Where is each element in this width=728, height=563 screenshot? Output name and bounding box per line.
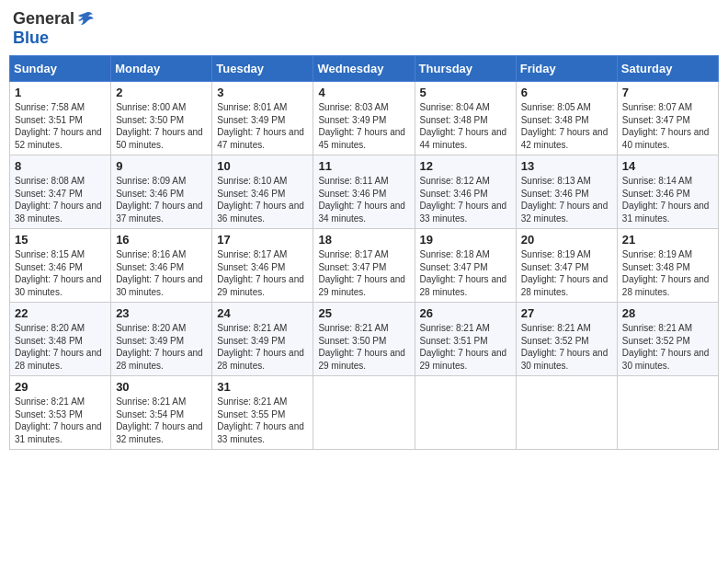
day-number: 14 (622, 159, 713, 173)
sunset-text: Sunset: 3:48 PM (622, 262, 690, 272)
day-info: Sunrise: 8:04 AMSunset: 3:48 PMDaylight:… (420, 101, 511, 151)
header-monday: Monday (111, 56, 212, 82)
day-number: 11 (318, 159, 409, 173)
daylight-label: Daylight: 7 hours and 29 minutes. (318, 348, 405, 371)
sunrise-text: Sunrise: 8:07 AM (622, 102, 692, 112)
sunrise-text: Sunrise: 8:21 AM (217, 323, 287, 333)
daylight-label: Daylight: 7 hours and 33 minutes. (420, 201, 507, 224)
sunrise-text: Sunrise: 8:21 AM (420, 323, 490, 333)
day-number: 30 (116, 380, 207, 394)
day-number: 6 (521, 86, 612, 99)
sunset-text: Sunset: 3:49 PM (217, 336, 285, 346)
sunrise-text: Sunrise: 8:14 AM (622, 176, 692, 186)
sunrise-text: Sunrise: 8:01 AM (217, 102, 287, 112)
sunrise-text: Sunrise: 8:19 AM (622, 249, 692, 259)
day-number: 23 (116, 306, 207, 320)
day-number: 3 (217, 86, 308, 99)
day-number: 31 (217, 380, 308, 394)
daylight-label: Daylight: 7 hours and 32 minutes. (521, 201, 609, 224)
sunset-text: Sunset: 3:47 PM (521, 262, 589, 272)
header-saturday: Saturday (617, 56, 718, 82)
day-number: 16 (116, 233, 207, 247)
sunrise-text: Sunrise: 8:18 AM (420, 249, 490, 259)
day-cell-26: 26Sunrise: 8:21 AMSunset: 3:51 PMDayligh… (415, 303, 516, 376)
day-info: Sunrise: 8:08 AMSunset: 3:47 PMDaylight:… (15, 175, 106, 224)
day-cell-25: 25Sunrise: 8:21 AMSunset: 3:50 PMDayligh… (313, 303, 415, 376)
day-cell-5: 5Sunrise: 8:04 AMSunset: 3:48 PMDaylight… (415, 82, 516, 155)
day-number: 2 (116, 86, 207, 99)
sunset-text: Sunset: 3:48 PM (521, 115, 589, 125)
sunset-text: Sunset: 3:46 PM (318, 189, 386, 199)
day-info: Sunrise: 8:21 AMSunset: 3:52 PMDaylight:… (521, 322, 612, 372)
day-cell-19: 19Sunrise: 8:18 AMSunset: 3:47 PMDayligh… (415, 229, 516, 303)
day-cell-23: 23Sunrise: 8:20 AMSunset: 3:49 PMDayligh… (111, 303, 212, 376)
sunset-text: Sunset: 3:46 PM (217, 189, 285, 199)
sunrise-text: Sunrise: 8:09 AM (116, 176, 186, 186)
header-sunday: Sunday (10, 56, 111, 82)
sunrise-text: Sunrise: 8:12 AM (420, 176, 490, 186)
day-cell-28: 28Sunrise: 8:21 AMSunset: 3:52 PMDayligh… (617, 303, 718, 376)
daylight-label: Daylight: 7 hours and 28 minutes. (420, 274, 507, 297)
day-cell-15: 15Sunrise: 8:15 AMSunset: 3:46 PMDayligh… (10, 229, 111, 303)
sunset-text: Sunset: 3:48 PM (15, 336, 83, 346)
day-number: 26 (420, 306, 511, 320)
sunset-text: Sunset: 3:52 PM (622, 336, 690, 346)
day-cell-30: 30Sunrise: 8:21 AMSunset: 3:54 PMDayligh… (111, 376, 212, 450)
sunset-text: Sunset: 3:51 PM (15, 115, 83, 125)
daylight-label: Daylight: 7 hours and 29 minutes. (217, 274, 304, 297)
sunrise-text: Sunrise: 8:17 AM (318, 249, 388, 259)
day-info: Sunrise: 8:20 AMSunset: 3:48 PMDaylight:… (15, 322, 106, 372)
day-info: Sunrise: 8:21 AMSunset: 3:50 PMDaylight:… (318, 322, 409, 372)
day-number: 28 (622, 306, 713, 320)
day-cell-31: 31Sunrise: 8:21 AMSunset: 3:55 PMDayligh… (212, 376, 313, 450)
week-row-4: 22Sunrise: 8:20 AMSunset: 3:48 PMDayligh… (10, 303, 719, 376)
sunset-text: Sunset: 3:50 PM (318, 336, 386, 346)
sunrise-text: Sunrise: 8:19 AM (521, 249, 591, 259)
daylight-label: Daylight: 7 hours and 30 minutes. (116, 274, 203, 297)
day-info: Sunrise: 8:21 AMSunset: 3:53 PMDaylight:… (15, 396, 106, 445)
week-row-3: 15Sunrise: 8:15 AMSunset: 3:46 PMDayligh… (10, 229, 719, 303)
daylight-label: Daylight: 7 hours and 32 minutes. (116, 421, 203, 444)
daylight-label: Daylight: 7 hours and 40 minutes. (622, 127, 710, 150)
sunset-text: Sunset: 3:46 PM (116, 262, 184, 272)
day-cell-2: 2Sunrise: 8:00 AMSunset: 3:50 PMDaylight… (111, 82, 212, 155)
day-info: Sunrise: 8:21 AMSunset: 3:49 PMDaylight:… (217, 322, 308, 372)
daylight-label: Daylight: 7 hours and 45 minutes. (318, 127, 405, 150)
day-number: 8 (15, 159, 106, 173)
day-info: Sunrise: 8:07 AMSunset: 3:47 PMDaylight:… (622, 101, 713, 151)
day-cell-16: 16Sunrise: 8:16 AMSunset: 3:46 PMDayligh… (111, 229, 212, 303)
daylight-label: Daylight: 7 hours and 31 minutes. (15, 421, 102, 444)
daylight-label: Daylight: 7 hours and 44 minutes. (420, 127, 507, 150)
daylight-label: Daylight: 7 hours and 47 minutes. (217, 127, 304, 150)
sunrise-text: Sunrise: 8:05 AM (521, 102, 591, 112)
empty-cell (313, 376, 415, 450)
sunset-text: Sunset: 3:47 PM (622, 115, 690, 125)
sunset-text: Sunset: 3:51 PM (420, 336, 488, 346)
sunset-text: Sunset: 3:50 PM (116, 115, 184, 125)
daylight-label: Daylight: 7 hours and 28 minutes. (217, 348, 304, 371)
day-cell-14: 14Sunrise: 8:14 AMSunset: 3:46 PMDayligh… (617, 155, 718, 229)
week-row-5: 29Sunrise: 8:21 AMSunset: 3:53 PMDayligh… (10, 376, 719, 450)
day-info: Sunrise: 8:13 AMSunset: 3:46 PMDaylight:… (521, 175, 612, 224)
daylight-label: Daylight: 7 hours and 34 minutes. (318, 201, 405, 224)
day-number: 15 (15, 233, 106, 247)
header-thursday: Thursday (415, 56, 516, 82)
sunset-text: Sunset: 3:46 PM (15, 262, 83, 272)
sunset-text: Sunset: 3:47 PM (318, 262, 386, 272)
day-number: 29 (15, 380, 106, 394)
day-info: Sunrise: 8:10 AMSunset: 3:46 PMDaylight:… (217, 175, 308, 224)
sunset-text: Sunset: 3:49 PM (116, 336, 184, 346)
day-number: 12 (420, 159, 511, 173)
daylight-label: Daylight: 7 hours and 30 minutes. (622, 348, 710, 371)
day-info: Sunrise: 7:58 AMSunset: 3:51 PMDaylight:… (15, 101, 106, 151)
day-info: Sunrise: 8:21 AMSunset: 3:54 PMDaylight:… (116, 396, 207, 445)
logo-bird-icon (76, 10, 95, 29)
sunset-text: Sunset: 3:46 PM (622, 189, 690, 199)
day-cell-12: 12Sunrise: 8:12 AMSunset: 3:46 PMDayligh… (415, 155, 516, 229)
empty-cell (516, 376, 617, 450)
daylight-label: Daylight: 7 hours and 38 minutes. (15, 201, 102, 224)
header-tuesday: Tuesday (212, 56, 313, 82)
day-info: Sunrise: 8:19 AMSunset: 3:48 PMDaylight:… (622, 248, 713, 298)
sunrise-text: Sunrise: 8:21 AM (15, 396, 85, 407)
day-info: Sunrise: 8:17 AMSunset: 3:47 PMDaylight:… (318, 248, 409, 298)
